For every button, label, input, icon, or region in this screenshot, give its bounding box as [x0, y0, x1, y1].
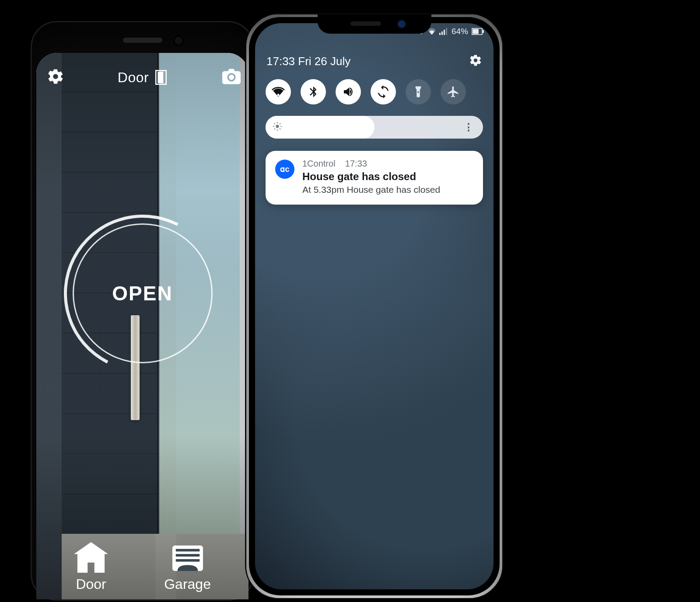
door-icon [155, 70, 167, 85]
garage-icon [171, 542, 205, 573]
auto-rotate-icon [377, 85, 390, 98]
airplane-icon [447, 85, 460, 98]
svg-rect-11 [472, 29, 479, 34]
brightness-sun-icon [273, 122, 282, 133]
svg-rect-5 [175, 559, 199, 562]
open-button[interactable]: OPEN [73, 223, 213, 363]
svg-line-19 [280, 129, 280, 129]
quick-settings-row [266, 79, 483, 104]
gear-icon [469, 54, 482, 67]
notification-content: 1Control 17:33 House gate has closed At … [302, 159, 473, 195]
qs-airplane[interactable] [441, 79, 466, 104]
nav-item-garage[interactable]: Garage [164, 542, 211, 592]
svg-line-20 [274, 129, 275, 129]
camera-button[interactable] [222, 69, 241, 86]
panel-settings-button[interactable] [469, 54, 482, 69]
svg-rect-1 [158, 72, 163, 83]
qs-bluetooth[interactable] [301, 79, 326, 104]
panel-header: 17:33 Fri 26 July [266, 54, 482, 69]
notification-app-badge: ɑc [275, 160, 294, 179]
right-phone-frame: 64% 17:33 Fri 26 July [245, 13, 504, 599]
app-header: Door [36, 61, 248, 94]
qs-torch[interactable] [406, 79, 431, 104]
nav-garage-label: Garage [164, 576, 211, 592]
camera-icon [222, 69, 241, 84]
notification-meta: 1Control 17:33 [302, 159, 473, 169]
notification-time: 17:33 [345, 159, 367, 168]
phone-speaker [123, 38, 162, 43]
svg-rect-7 [441, 31, 443, 35]
notification-title: House gate has closed [302, 171, 473, 183]
svg-rect-8 [444, 30, 445, 35]
nav-door-label: Door [76, 576, 106, 592]
notification-body: At 5.33pm House gate has closed [302, 184, 473, 195]
gear-icon [47, 68, 64, 85]
bottom-nav: Door Garage [36, 509, 248, 599]
phone-notch [318, 14, 431, 34]
battery-text: 64% [452, 27, 468, 36]
svg-rect-3 [175, 549, 199, 552]
house-icon [74, 542, 108, 573]
svg-rect-4 [175, 554, 199, 557]
svg-line-21 [280, 123, 280, 124]
settings-button[interactable] [47, 68, 64, 87]
blurred-wallpaper [255, 23, 494, 589]
wifi-status-icon [428, 28, 436, 35]
left-phone-frame: Door OPEN Door [31, 21, 254, 601]
nav-item-door[interactable]: Door [74, 542, 108, 592]
battery-icon [472, 28, 484, 35]
svg-line-18 [274, 123, 275, 124]
wifi-icon [272, 85, 285, 98]
notification-app-name: 1Control [302, 159, 336, 168]
svg-rect-12 [483, 30, 484, 33]
sound-icon [342, 85, 355, 98]
qs-rotate[interactable] [371, 79, 396, 104]
qs-sound[interactable] [336, 79, 361, 104]
svg-rect-9 [446, 28, 447, 35]
qs-wifi[interactable] [266, 79, 291, 104]
right-phone-screen: 64% 17:33 Fri 26 July [255, 23, 494, 589]
phone-front-camera [173, 35, 184, 46]
left-phone-screen: Door OPEN Door [36, 53, 248, 599]
panel-datetime: 17:33 Fri 26 July [266, 55, 350, 68]
notification-card[interactable]: ɑc 1Control 17:33 House gate has closed … [266, 151, 483, 205]
open-label: OPEN [73, 223, 213, 363]
header-title-group: Door [118, 70, 167, 86]
svg-point-13 [276, 125, 279, 128]
brightness-track: ⋮ [266, 116, 483, 139]
brightness-slider[interactable]: ⋮ [266, 116, 483, 139]
header-title: Door [118, 70, 149, 86]
bluetooth-icon [307, 85, 320, 98]
flashlight-icon [412, 85, 425, 98]
brightness-more-button[interactable]: ⋮ [464, 122, 474, 133]
signal-icon [439, 28, 448, 35]
svg-rect-6 [439, 33, 441, 35]
